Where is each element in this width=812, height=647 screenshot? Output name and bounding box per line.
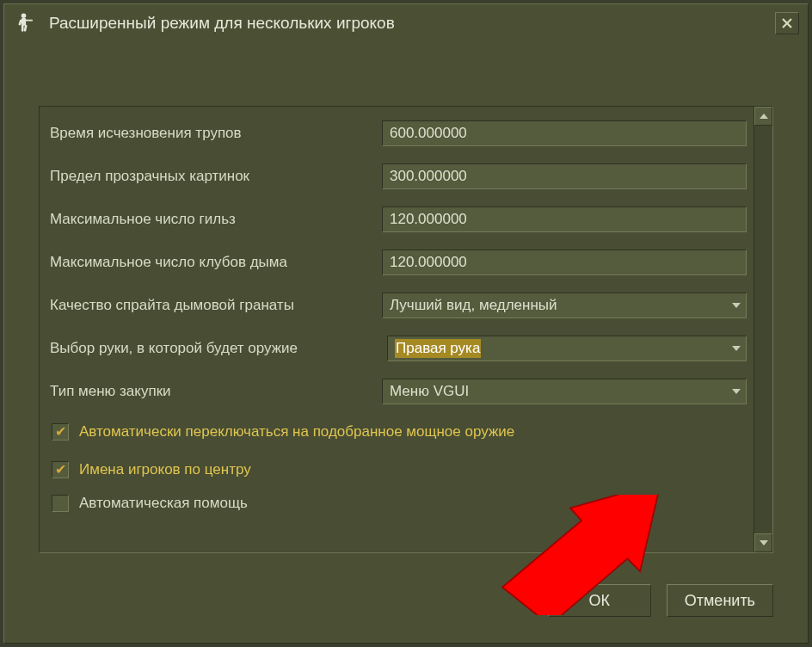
svg-rect-4 xyxy=(23,25,27,32)
select-value: Правая рука xyxy=(395,339,481,358)
weapon-hand-select[interactable]: Правая рука xyxy=(387,336,747,361)
setting-row: Максимальное число клубов дыма xyxy=(50,241,747,284)
checkbox-label[interactable]: Автоматическая помощь xyxy=(79,495,248,512)
svg-point-0 xyxy=(22,13,27,18)
svg-rect-1 xyxy=(22,18,26,26)
max-smoke-puffs-input[interactable] xyxy=(382,250,747,275)
window-title: Расширенный режим для нескольких игроков xyxy=(49,14,775,33)
buy-menu-type-select[interactable]: Меню VGUI xyxy=(382,379,747,404)
setting-row: Тип меню закупки Меню VGUI xyxy=(50,370,747,413)
setting-label: Качество спрайта дымовой гранаты xyxy=(50,297,373,314)
checkbox-label[interactable]: Автоматически переключаться на подобранн… xyxy=(79,423,514,441)
scroll-track[interactable] xyxy=(754,126,772,533)
setting-row: Предел прозрачных картинок xyxy=(50,155,747,198)
chevron-up-icon xyxy=(760,114,768,119)
checkbox-row: ✔ Автоматическая помощь xyxy=(50,489,747,518)
setting-row: Максимальное число гильз xyxy=(50,198,747,241)
close-button[interactable] xyxy=(775,12,799,34)
setting-row: Время исчезновения трупов xyxy=(50,112,747,155)
auto-help-checkbox[interactable]: ✔ xyxy=(52,495,69,512)
setting-label: Время исчезновения трупов xyxy=(50,125,373,142)
dialog-footer: ОК Отменить xyxy=(548,584,773,617)
select-value: Меню VGUI xyxy=(390,383,469,400)
setting-label: Предел прозрачных картинок xyxy=(50,168,373,185)
max-shells-input[interactable] xyxy=(382,206,747,232)
checkbox-row: ✔ Автоматически переключаться на подобра… xyxy=(50,413,747,451)
scroll-up-button[interactable] xyxy=(754,107,772,126)
decal-limit-input[interactable] xyxy=(382,163,747,189)
title-bar: Расширенный режим для нескольких игроков xyxy=(4,4,808,39)
chevron-down-icon xyxy=(732,389,741,394)
chevron-down-icon xyxy=(732,303,741,308)
smoke-quality-select[interactable]: Лучший вид, медленный xyxy=(382,293,747,318)
corpse-fade-time-input[interactable] xyxy=(382,120,747,146)
center-player-names-checkbox[interactable]: ✔ xyxy=(52,461,69,478)
setting-label: Максимальное число гильз xyxy=(50,211,373,228)
scrollbar[interactable] xyxy=(754,107,772,552)
settings-panel: Время исчезновения трупов Предел прозрач… xyxy=(39,106,773,553)
settings-list: Время исчезновения трупов Предел прозрач… xyxy=(40,107,754,552)
setting-label: Выбор руки, в которой будет оружие xyxy=(50,340,378,357)
cancel-button[interactable]: Отменить xyxy=(667,584,773,617)
check-icon: ✔ xyxy=(55,463,66,477)
close-icon xyxy=(781,17,793,29)
auto-switch-weapon-checkbox[interactable]: ✔ xyxy=(52,423,69,441)
dialog-window: Расширенный режим для нескольких игроков… xyxy=(3,3,809,644)
setting-row: Качество спрайта дымовой гранаты Лучший … xyxy=(50,284,747,327)
scroll-down-button[interactable] xyxy=(754,533,772,552)
setting-row: Выбор руки, в которой будет оружие Права… xyxy=(50,327,747,370)
checkbox-row: ✔ Имена игроков по центру xyxy=(50,451,747,489)
select-value: Лучший вид, медленный xyxy=(390,297,557,314)
setting-label: Максимальное число клубов дыма xyxy=(50,254,373,271)
chevron-down-icon xyxy=(732,346,741,351)
ok-button[interactable]: ОК xyxy=(548,584,651,617)
chevron-down-icon xyxy=(760,540,768,545)
check-icon: ✔ xyxy=(55,425,66,439)
checkbox-label[interactable]: Имена игроков по центру xyxy=(79,461,251,478)
setting-label: Тип меню закупки xyxy=(50,383,373,400)
app-icon xyxy=(13,9,40,37)
svg-rect-2 xyxy=(25,20,33,22)
svg-rect-3 xyxy=(22,25,24,32)
